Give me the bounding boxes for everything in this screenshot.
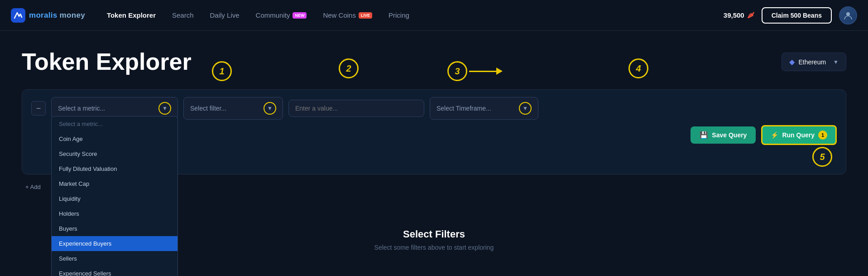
save-icon: 💾 — [700, 131, 708, 139]
filter-row: − Select a metric... ▼ Select a metric..… — [31, 97, 837, 120]
run-query-button[interactable]: ⚡ Run Query 1 — [761, 125, 837, 145]
chevron-down-icon: ▼ — [833, 59, 839, 65]
logo-icon — [11, 8, 25, 23]
annotation-1: 1 — [212, 61, 232, 81]
nav-search[interactable]: Search — [165, 8, 201, 23]
filter-chevron-icon: ▼ — [264, 102, 276, 115]
dropdown-item-experienced-sellers[interactable]: Experienced Sellers — [52, 266, 177, 276]
beans-icon: 🌶 — [747, 11, 754, 19]
dropdown-item-fully-diluted[interactable]: Fully Diluted Valuation — [52, 161, 177, 176]
page-title: Token Explorer — [22, 49, 192, 75]
dropdown-item-sellers[interactable]: Sellers — [52, 251, 177, 266]
value-input[interactable] — [288, 100, 424, 117]
annotation-3: 3 — [447, 61, 467, 81]
dropdown-item-coin-age[interactable]: Coin Age — [52, 131, 177, 146]
svg-point-1 — [846, 12, 850, 16]
dropdown-item-buyers[interactable]: Buyers — [52, 221, 177, 236]
nav-links: Token Explorer Search Daily Live Communi… — [100, 8, 724, 23]
metric-dropdown: Select a metric... Coin Age Security Sco… — [51, 116, 178, 276]
filter-container: − Select a metric... ▼ Select a metric..… — [22, 89, 846, 174]
dropdown-item-market-cap[interactable]: Market Cap — [52, 176, 177, 191]
timeframe-select[interactable]: Select Timeframe... ▼ — [430, 97, 538, 120]
beans-count: 39,500 🌶 — [724, 11, 754, 19]
dropdown-item-experienced-buyers[interactable]: Experienced Buyers — [52, 236, 177, 251]
logo-text: moralis money — [29, 11, 85, 20]
add-filter-button[interactable]: + Add — [22, 182, 44, 192]
ethereum-icon: ◆ — [789, 58, 795, 66]
annotation-2: 2 — [339, 58, 359, 78]
nav-right: 39,500 🌶 Claim 500 Beans — [724, 6, 857, 24]
nav-community[interactable]: Community NEW — [249, 8, 314, 23]
dropdown-item-security-score[interactable]: Security Score — [52, 146, 177, 161]
logo[interactable]: moralis money — [11, 8, 85, 23]
run-query-badge: 1 — [818, 131, 827, 140]
new-coins-badge: LIVE — [359, 12, 372, 19]
nav-token-explorer[interactable]: Token Explorer — [100, 8, 163, 23]
claim-beans-button[interactable]: Claim 500 Beans — [762, 7, 832, 24]
network-selector[interactable]: ◆ Ethereum ▼ — [782, 53, 846, 71]
avatar[interactable] — [839, 6, 857, 24]
filter-icon: ⚡ — [771, 131, 778, 139]
dropdown-item-placeholder[interactable]: Select a metric... — [52, 116, 177, 131]
filter-select[interactable]: Select filter... ▼ — [183, 97, 283, 120]
save-query-button[interactable]: 💾 Save Query — [691, 126, 756, 144]
page-header: Token Explorer ◆ Ethereum ▼ — [22, 49, 846, 75]
main-content: Token Explorer ◆ Ethereum ▼ 1 2 3 4 — [0, 31, 868, 276]
nav-pricing[interactable]: Pricing — [381, 8, 417, 23]
annotation-4: 4 — [628, 58, 648, 78]
nav-new-coins[interactable]: New Coins LIVE — [316, 8, 379, 23]
nav-daily-live[interactable]: Daily Live — [203, 8, 247, 23]
remove-filter-button[interactable]: − — [31, 101, 46, 116]
dropdown-item-holders[interactable]: Holders — [52, 206, 177, 221]
timeframe-chevron-icon: ▼ — [519, 102, 532, 115]
metric-select-wrapper: Select a metric... ▼ Select a metric... … — [51, 97, 178, 120]
community-badge: NEW — [293, 12, 307, 19]
avatar-icon — [843, 10, 853, 20]
navbar: moralis money Token Explorer Search Dail… — [0, 0, 868, 31]
dropdown-item-liquidity[interactable]: Liquidity — [52, 191, 177, 206]
annotation-5: 5 — [812, 147, 832, 167]
metric-chevron-icon: ▼ — [158, 102, 171, 115]
